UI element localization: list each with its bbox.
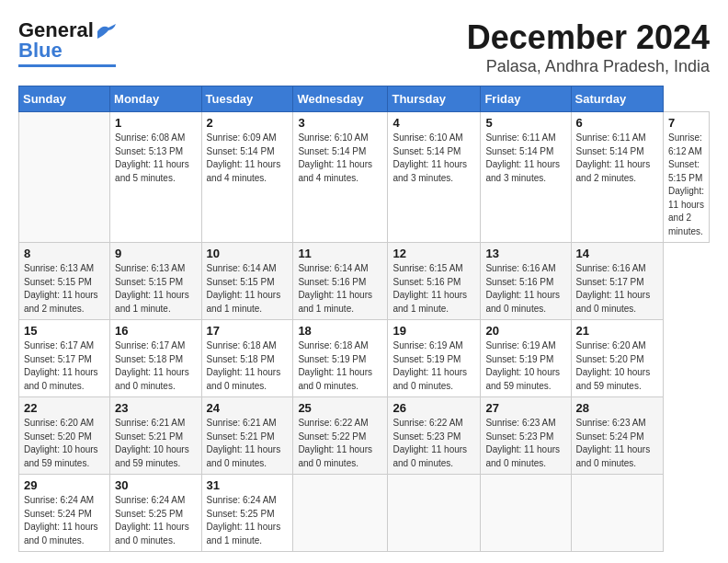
location-title: Palasa, Andhra Pradesh, India [467,57,710,76]
calendar-cell: 9Sunrise: 6:13 AMSunset: 5:15 PMDaylight… [110,243,201,320]
header: General Blue December 2024 Palasa, Andhr… [18,18,710,76]
month-title: December 2024 [467,18,710,57]
col-sunday: Sunday [19,86,110,112]
day-number: 16 [115,324,196,338]
calendar-cell: 29Sunrise: 6:24 AMSunset: 5:24 PMDayligh… [19,475,110,552]
day-number: 4 [392,116,475,130]
calendar-cell: 20Sunrise: 6:19 AMSunset: 5:19 PMDayligh… [481,320,571,397]
calendar-cell: 21Sunrise: 6:20 AMSunset: 5:20 PMDayligh… [571,320,663,397]
title-block: December 2024 Palasa, Andhra Pradesh, In… [467,18,710,76]
day-info: Sunrise: 6:24 AMSunset: 5:25 PMDaylight:… [207,494,289,547]
logo-bird-icon [96,24,116,39]
calendar-cell: 2Sunrise: 6:09 AMSunset: 5:14 PMDaylight… [201,112,293,243]
day-number: 29 [24,478,105,492]
day-number: 19 [392,324,475,338]
day-info: Sunrise: 6:24 AMSunset: 5:24 PMDaylight:… [24,494,105,547]
day-number: 12 [392,247,475,260]
day-number: 5 [485,116,565,130]
col-tuesday: Tuesday [201,86,293,112]
day-info: Sunrise: 6:22 AMSunset: 5:23 PMDaylight:… [392,417,475,470]
day-number: 24 [207,401,289,415]
day-info: Sunrise: 6:17 AMSunset: 5:17 PMDaylight:… [24,339,105,393]
day-info: Sunrise: 6:18 AMSunset: 5:18 PMDaylight:… [207,339,289,393]
day-info: Sunrise: 6:21 AMSunset: 5:21 PMDaylight:… [207,417,289,470]
day-info: Sunrise: 6:22 AMSunset: 5:22 PMDaylight:… [298,417,382,470]
calendar-cell: 22Sunrise: 6:20 AMSunset: 5:20 PMDayligh… [19,397,110,475]
day-number: 6 [576,116,658,130]
day-info: Sunrise: 6:23 AMSunset: 5:24 PMDaylight:… [576,417,658,470]
day-info: Sunrise: 6:11 AMSunset: 5:14 PMDaylight:… [576,132,658,185]
col-friday: Friday [481,86,571,112]
day-number: 1 [115,116,196,130]
day-number: 22 [24,401,105,415]
day-info: Sunrise: 6:13 AMSunset: 5:15 PMDaylight:… [115,262,196,316]
day-info: Sunrise: 6:16 AMSunset: 5:17 PMDaylight:… [576,262,658,316]
day-info: Sunrise: 6:20 AMSunset: 5:20 PMDaylight:… [24,417,105,470]
day-info: Sunrise: 6:16 AMSunset: 5:16 PMDaylight:… [485,262,565,316]
calendar-cell: 26Sunrise: 6:22 AMSunset: 5:23 PMDayligh… [388,397,481,475]
day-number: 8 [24,247,105,260]
day-number: 10 [207,247,289,260]
day-number: 30 [115,478,196,492]
calendar-cell: 12Sunrise: 6:15 AMSunset: 5:16 PMDayligh… [388,243,481,320]
calendar-cell [571,475,663,552]
logo-underline [18,64,116,67]
day-number: 3 [298,116,382,130]
day-number: 14 [576,247,658,260]
day-info: Sunrise: 6:10 AMSunset: 5:14 PMDaylight:… [298,132,382,185]
calendar-cell: 14Sunrise: 6:16 AMSunset: 5:17 PMDayligh… [571,243,663,320]
day-number: 23 [115,401,196,415]
col-monday: Monday [110,86,201,112]
day-number: 9 [115,247,196,260]
calendar-cell: 25Sunrise: 6:22 AMSunset: 5:22 PMDayligh… [293,397,388,475]
calendar-cell: 18Sunrise: 6:18 AMSunset: 5:19 PMDayligh… [293,320,388,397]
day-number: 21 [576,324,658,338]
day-number: 26 [392,401,475,415]
calendar-week-row: 8Sunrise: 6:13 AMSunset: 5:15 PMDaylight… [19,243,710,320]
calendar-cell: 13Sunrise: 6:16 AMSunset: 5:16 PMDayligh… [481,243,571,320]
day-info: Sunrise: 6:20 AMSunset: 5:20 PMDaylight:… [576,339,658,393]
calendar-cell: 5Sunrise: 6:11 AMSunset: 5:14 PMDaylight… [481,112,571,243]
day-info: Sunrise: 6:18 AMSunset: 5:19 PMDaylight:… [298,339,382,393]
calendar-cell: 16Sunrise: 6:17 AMSunset: 5:18 PMDayligh… [110,320,201,397]
day-info: Sunrise: 6:24 AMSunset: 5:25 PMDaylight:… [115,494,196,547]
calendar-cell: 3Sunrise: 6:10 AMSunset: 5:14 PMDaylight… [293,112,388,243]
day-info: Sunrise: 6:13 AMSunset: 5:15 PMDaylight:… [24,262,105,316]
day-number: 13 [485,247,565,260]
calendar-cell: 15Sunrise: 6:17 AMSunset: 5:17 PMDayligh… [19,320,110,397]
calendar-cell: 28Sunrise: 6:23 AMSunset: 5:24 PMDayligh… [571,397,663,475]
day-number: 15 [24,324,105,338]
calendar-cell: 31Sunrise: 6:24 AMSunset: 5:25 PMDayligh… [201,475,293,552]
day-number: 7 [668,116,704,130]
calendar-body: 1Sunrise: 6:08 AMSunset: 5:13 PMDaylight… [19,112,710,552]
day-info: Sunrise: 6:14 AMSunset: 5:15 PMDaylight:… [207,262,289,316]
day-info: Sunrise: 6:14 AMSunset: 5:16 PMDaylight:… [298,262,382,316]
day-info: Sunrise: 6:21 AMSunset: 5:21 PMDaylight:… [115,417,196,470]
calendar-cell [19,112,110,243]
calendar-cell: 11Sunrise: 6:14 AMSunset: 5:16 PMDayligh… [293,243,388,320]
calendar-cell: 7Sunrise: 6:12 AMSunset: 5:15 PMDaylight… [664,112,710,243]
day-info: Sunrise: 6:19 AMSunset: 5:19 PMDaylight:… [485,339,565,393]
day-info: Sunrise: 6:10 AMSunset: 5:14 PMDaylight:… [392,132,475,185]
calendar-cell: 1Sunrise: 6:08 AMSunset: 5:13 PMDaylight… [110,112,201,243]
day-number: 31 [207,478,289,492]
day-info: Sunrise: 6:11 AMSunset: 5:14 PMDaylight:… [485,132,565,185]
calendar-cell: 4Sunrise: 6:10 AMSunset: 5:14 PMDaylight… [388,112,481,243]
calendar-cell: 17Sunrise: 6:18 AMSunset: 5:18 PMDayligh… [201,320,293,397]
calendar-cell: 6Sunrise: 6:11 AMSunset: 5:14 PMDaylight… [571,112,663,243]
calendar-cell: 8Sunrise: 6:13 AMSunset: 5:15 PMDaylight… [19,243,110,320]
logo-blue-text: Blue [18,39,63,63]
day-info: Sunrise: 6:08 AMSunset: 5:13 PMDaylight:… [115,132,196,185]
logo: General Blue [18,18,116,67]
calendar-cell [293,475,388,552]
day-info: Sunrise: 6:23 AMSunset: 5:23 PMDaylight:… [485,417,565,470]
calendar-table: Sunday Monday Tuesday Wednesday Thursday… [18,86,710,552]
calendar-week-row: 22Sunrise: 6:20 AMSunset: 5:20 PMDayligh… [19,397,710,475]
day-info: Sunrise: 6:15 AMSunset: 5:16 PMDaylight:… [392,262,475,316]
calendar-cell: 10Sunrise: 6:14 AMSunset: 5:15 PMDayligh… [201,243,293,320]
day-info: Sunrise: 6:19 AMSunset: 5:19 PMDaylight:… [392,339,475,393]
header-row: Sunday Monday Tuesday Wednesday Thursday… [19,86,710,112]
calendar-week-row: 1Sunrise: 6:08 AMSunset: 5:13 PMDaylight… [19,112,710,243]
day-info: Sunrise: 6:12 AMSunset: 5:15 PMDaylight:… [668,132,704,238]
col-thursday: Thursday [388,86,481,112]
